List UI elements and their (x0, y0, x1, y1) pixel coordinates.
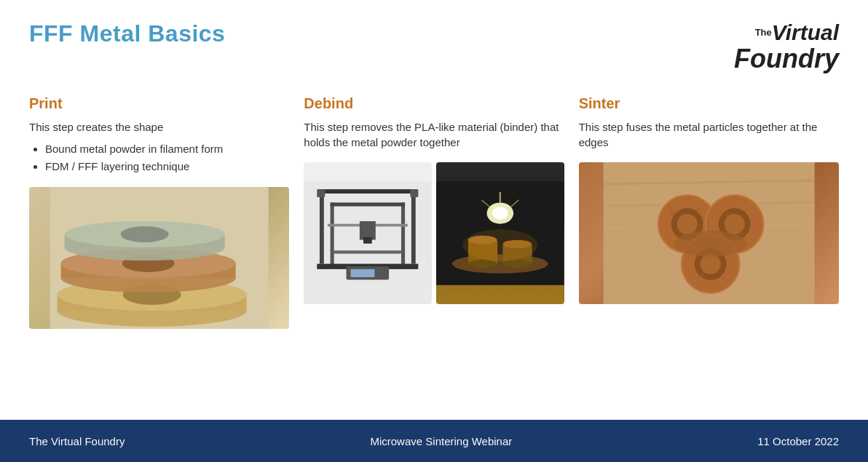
footer-bar: The Virtual Foundry Microwave Sintering … (0, 420, 868, 462)
print-intro: This step creates the shape (29, 119, 289, 135)
printer-image (304, 162, 432, 304)
sinter-column: Sinter This step fuses the metal particl… (579, 95, 839, 330)
print-bullet-1: Bound metal powder in filament form (45, 140, 289, 158)
svg-rect-26 (360, 221, 376, 240)
print-bullets: Bound metal powder in filament form FDM … (29, 140, 289, 175)
svg-rect-29 (351, 269, 375, 277)
svg-point-52 (676, 214, 697, 234)
debind-heading: Debind (304, 95, 564, 112)
sinter-heading: Sinter (579, 95, 839, 112)
logo-virtual: Virtual (772, 20, 839, 44)
footer-right: 11 October 2022 (757, 435, 839, 447)
content-area: FFF Metal Basics TheVirtual Foundry Prin… (0, 0, 868, 420)
svg-rect-19 (411, 189, 416, 263)
print-heading: Print (29, 95, 289, 112)
svg-point-15 (121, 226, 169, 242)
debind-intro: This step removes the PLA-like material … (304, 119, 564, 151)
svg-point-34 (492, 207, 508, 220)
logo-the: The (755, 27, 772, 38)
svg-rect-24 (334, 250, 403, 253)
svg-point-63 (682, 234, 684, 236)
svg-rect-30 (317, 189, 326, 197)
slide: FFF Metal Basics TheVirtual Foundry Prin… (0, 0, 868, 462)
svg-rect-18 (320, 189, 324, 263)
sinter-intro: This step fuses the metal particles toge… (579, 119, 839, 151)
svg-point-61 (696, 208, 699, 211)
print-column: Print This step creates the shape Bound … (29, 95, 304, 330)
spools-image (29, 187, 289, 329)
footer-left: The Virtual Foundry (29, 435, 125, 447)
debind-column: Debind This step removes the PLA-like ma… (304, 95, 578, 330)
columns-container: Print This step creates the shape Bound … (29, 95, 839, 330)
logo: TheVirtual Foundry (734, 20, 839, 73)
svg-point-55 (724, 214, 744, 234)
svg-point-60 (670, 211, 674, 215)
svg-rect-17 (320, 189, 416, 194)
svg-point-65 (699, 273, 703, 277)
print-bullet-2: FDM / FFF layering technique (45, 158, 289, 175)
svg-rect-31 (411, 189, 419, 197)
footer-center: Microwave Sintering Webinar (370, 435, 512, 447)
svg-rect-27 (363, 237, 372, 244)
svg-rect-22 (331, 203, 405, 207)
svg-point-45 (463, 229, 537, 261)
svg-point-58 (700, 254, 720, 274)
svg-point-66 (722, 277, 725, 280)
svg-point-59 (674, 231, 746, 257)
svg-rect-21 (401, 203, 405, 267)
svg-rect-20 (331, 203, 334, 267)
slide-title: FFF Metal Basics (29, 20, 225, 47)
svg-point-64 (740, 232, 743, 236)
debind-image (436, 162, 564, 304)
svg-point-41 (468, 260, 497, 268)
title-row: FFF Metal Basics TheVirtual Foundry (29, 20, 839, 73)
sinter-image (579, 162, 839, 304)
svg-point-62 (725, 212, 729, 217)
logo-foundry: Foundry (734, 44, 839, 73)
